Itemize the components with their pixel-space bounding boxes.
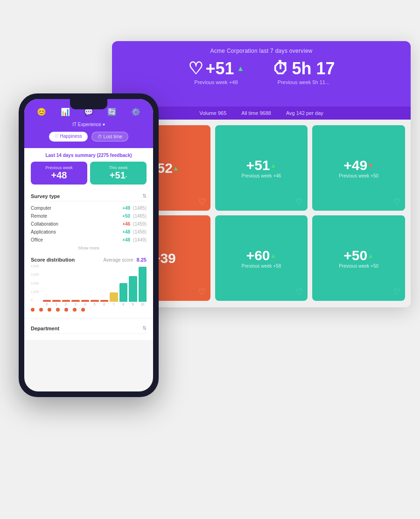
dept-header: Department ⇅	[31, 322, 147, 334]
card-prev-services: Previous week +50	[339, 263, 378, 269]
phone-screen: 😊 📊 💬 🔄 ⚙️ IT Experience ▾ ♡ Happiness ⏱…	[24, 99, 153, 391]
bar-label-6: 6	[100, 303, 109, 306]
card-prev-mobile: Previous week +50	[339, 173, 378, 178]
tab-losttime[interactable]: ⏱ Lost time	[91, 132, 128, 142]
survey-count-3: (1458)	[133, 229, 147, 235]
bar-label-8: 8	[119, 303, 128, 306]
bar-1	[52, 300, 61, 302]
survey-score-4: +48	[122, 237, 130, 242]
dot-5	[73, 308, 77, 312]
survey-title: Survey type	[31, 193, 60, 199]
dot-1	[39, 308, 43, 312]
chart-title: Score distribution	[31, 257, 75, 263]
bar-chart	[43, 264, 147, 302]
heart-icon-1: ♡	[198, 197, 206, 207]
survey-name-4: Office	[31, 237, 119, 242]
survey-name-1: Remote	[31, 213, 119, 219]
heart-icon-3: ♡	[393, 197, 400, 207]
heart-icon: ♡	[188, 59, 203, 78]
bar-label-2: 2	[62, 303, 70, 306]
bar-label-4: 4	[81, 303, 90, 306]
phone-breadcrumb: IT Experience ▾	[30, 122, 147, 127]
filter-icon[interactable]: ⇅	[142, 193, 147, 199]
dept-filter-icon[interactable]: ⇅	[142, 325, 147, 331]
prev-week-label: Previous week	[35, 165, 84, 170]
bar-label-5: 5	[91, 303, 99, 306]
dot-2	[48, 308, 51, 312]
phone-tab-row: ♡ Happiness ⏱ Lost time	[30, 132, 147, 142]
bar-3	[71, 300, 80, 302]
dots-row	[31, 306, 147, 313]
card-value-enterprise: +51 ▲	[246, 157, 277, 173]
dept-section: Department ⇅	[24, 318, 153, 340]
phone-body: Last 14 days summary (2275 feedback) Pre…	[24, 148, 153, 257]
happiness-metric: ♡ +51 ▲ Previous week +48	[188, 59, 245, 85]
this-week-label: This week	[94, 165, 143, 170]
tab-happiness[interactable]: ♡ Happiness	[49, 132, 88, 142]
bar-9	[129, 276, 137, 302]
card-value-mobile: +49 ▼	[343, 157, 374, 173]
week-cards: Previous week +48 This week +51·	[31, 162, 147, 185]
dot-6	[81, 308, 85, 312]
phone-mockup: 😊 📊 💬 🔄 ⚙️ IT Experience ▾ ♡ Happiness ⏱…	[19, 93, 163, 411]
nav-icon-face[interactable]: 😊	[37, 107, 46, 116]
happiness-number: +51	[206, 59, 234, 78]
card-teal-enterprise[interactable]: +51 ▲ Previous week +46 ♡	[215, 125, 308, 211]
card-teal-mobile[interactable]: +49 ▼ Previous week +50 ♡	[312, 125, 405, 211]
card-teal-laptops[interactable]: +60 ▲ Previous week +58 ♡	[215, 215, 308, 301]
survey-score-0: +49	[122, 206, 130, 211]
avg-label: Average score 8.25	[104, 257, 147, 263]
bar-label-3: 3	[71, 303, 80, 306]
time-prev: Previous week 5h 11...	[278, 79, 329, 85]
survey-row-4: Office +48 (1449)	[31, 236, 147, 244]
heart-icon-5: ♡	[295, 287, 303, 297]
bars-area: 012345678910	[43, 264, 147, 306]
nav-icon-settings[interactable]: ⚙️	[131, 107, 140, 116]
card-value-laptops: +60 ▲	[246, 248, 277, 263]
score-distribution-section: Score distribution Average score 8.25 4,…	[24, 257, 153, 318]
bar-5	[91, 300, 99, 302]
prev-week-value: +48	[35, 170, 84, 181]
bar-7	[110, 292, 118, 302]
survey-count-0: (1485)	[133, 206, 147, 211]
time-metric: ⏱ 5h 17 Previous week 5h 11...	[272, 59, 335, 85]
y-axis: 4,000 3,000 2,000 1,000 0	[31, 264, 39, 302]
time-number: 5h 17	[292, 59, 335, 78]
survey-score-2: +46	[122, 221, 130, 227]
bar-labels: 012345678910	[43, 303, 147, 306]
nav-icon-refresh[interactable]: 🔄	[107, 107, 117, 116]
dot-3	[56, 308, 60, 312]
bar-label-9: 9	[129, 303, 137, 306]
survey-row-1: Remote +50 (1465)	[31, 212, 147, 220]
bar-4	[81, 300, 90, 302]
this-week-card: This week +51·	[90, 162, 147, 185]
summary-title: Last 14 days summary (2275 feedback)	[31, 153, 147, 158]
chart-header: Score distribution Average score 8.25	[31, 257, 147, 263]
survey-name-0: Computer	[31, 206, 119, 211]
survey-score-1: +50	[122, 213, 130, 219]
survey-name-2: Collaboration	[31, 221, 119, 227]
stat-avg: Avg 142 per day	[286, 110, 323, 116]
bar-label-1: 1	[52, 303, 61, 306]
card-teal-services[interactable]: +50 ▲ Previous week +50 ♡	[312, 215, 405, 301]
survey-row-0: Computer +49 (1485)	[31, 204, 147, 212]
bar-label-10: 10	[139, 303, 147, 306]
bar-0	[43, 300, 51, 302]
survey-score-3: +48	[122, 229, 130, 235]
dot-0	[31, 308, 35, 312]
stat-volume: Volume 965	[199, 110, 226, 116]
survey-row-2: Collaboration +46 (1459)	[31, 220, 147, 228]
time-value: ⏱ 5h 17	[272, 59, 335, 78]
nav-icon-chart[interactable]: 📊	[61, 107, 70, 116]
bar-label-0: 0	[43, 303, 51, 306]
survey-section-header: Survey type ⇅	[31, 190, 147, 201]
dot-4	[64, 308, 68, 312]
dept-title: Department	[31, 326, 59, 331]
happiness-prev: Previous week +48	[194, 79, 238, 85]
card-value-services: +50 ▲	[343, 248, 374, 263]
prev-week-card: Previous week +48	[31, 162, 87, 185]
card-prev-enterprise: Previous week +46	[242, 173, 281, 178]
dashboard-title: Acme Corporation last 7 days overview	[123, 48, 399, 54]
show-more[interactable]: Show more	[31, 244, 147, 252]
bar-10	[139, 267, 147, 302]
